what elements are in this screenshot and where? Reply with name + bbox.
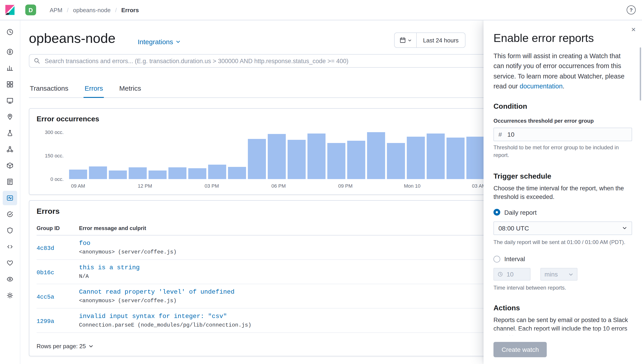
error-group-link[interactable]: 1299a bbox=[37, 318, 54, 324]
stack-monitoring-icon bbox=[6, 259, 14, 266]
error-culprit: <anonymous> (server/coffee.js) bbox=[79, 298, 234, 304]
interval-value-input[interactable] bbox=[506, 270, 526, 278]
column-header-group-id: Group ID bbox=[37, 225, 79, 232]
error-culprit: Connection.parseE (node_modules/pg/lib/c… bbox=[79, 322, 251, 328]
interval-radio[interactable] bbox=[493, 256, 500, 262]
watcher-icon bbox=[6, 276, 14, 283]
time-range-button[interactable]: Last 24 hours bbox=[417, 33, 465, 47]
trigger-schedule-description: Choose the time interval for the report,… bbox=[493, 184, 632, 202]
sidebar-item-discover[interactable] bbox=[3, 45, 17, 59]
chart-bar-19 bbox=[447, 138, 465, 179]
top-bar: D APM/opbeans-node/Errors ? bbox=[0, 0, 642, 20]
integrations-dropdown[interactable]: Integrations bbox=[138, 38, 181, 46]
dashboard-icon bbox=[6, 81, 14, 88]
threshold-input[interactable] bbox=[507, 130, 627, 138]
side-nav bbox=[0, 20, 20, 364]
error-group-link[interactable]: 0b16c bbox=[37, 269, 54, 276]
rows-per-page-button[interactable]: Rows per page: 25 bbox=[37, 343, 94, 350]
sidebar-item-visualize[interactable] bbox=[3, 61, 17, 75]
error-group-link[interactable]: 4cc5a bbox=[37, 294, 54, 300]
sidebar-item-canvas[interactable] bbox=[3, 93, 17, 108]
machine-learning-icon bbox=[6, 130, 14, 137]
sidebar-item-logs[interactable] bbox=[3, 174, 17, 189]
x-axis-tick: 06 PM bbox=[271, 183, 286, 188]
daily-report-label: Daily report bbox=[504, 209, 537, 216]
sidebar-item-security[interactable] bbox=[3, 223, 17, 238]
chart-bar-7 bbox=[208, 165, 226, 179]
chart-bar-10 bbox=[268, 134, 286, 179]
interval-radio-row: Interval bbox=[493, 255, 632, 262]
uptime-icon bbox=[6, 211, 14, 218]
chevron-down-icon bbox=[176, 39, 181, 44]
sidebar-item-management[interactable] bbox=[3, 288, 17, 303]
chart-y-axis: 300 occ.150 occ.0 occ. bbox=[37, 132, 64, 179]
interval-controls: mins bbox=[493, 268, 632, 280]
interval-unit-select[interactable]: mins bbox=[540, 268, 577, 280]
daily-report-radio[interactable] bbox=[493, 209, 500, 216]
infrastructure-icon bbox=[6, 162, 14, 169]
flyout-title: Enable error reports bbox=[493, 31, 632, 45]
sidebar-item-recently-viewed[interactable] bbox=[3, 25, 17, 39]
maps-icon bbox=[6, 113, 14, 120]
chevron-down-icon bbox=[89, 344, 94, 349]
error-message-link[interactable]: invalid input syntax for integer: "csv" bbox=[79, 312, 251, 320]
sidebar-item-dev-tools[interactable] bbox=[3, 240, 17, 254]
breadcrumb-opbeans-node[interactable]: opbeans-node bbox=[73, 6, 111, 13]
error-culprit: <anonymous> (server/coffee.js) bbox=[79, 249, 177, 255]
chart-bar-8 bbox=[228, 167, 246, 179]
sidebar-item-graph[interactable] bbox=[3, 142, 17, 156]
enable-error-reports-flyout: × Enable error reports This form will as… bbox=[484, 20, 642, 364]
x-axis-tick: 09 PM bbox=[338, 183, 353, 188]
daily-report-help: The daily report will be sent at 01:00 /… bbox=[493, 238, 632, 246]
chevron-down-icon bbox=[408, 38, 412, 42]
flyout-scrollbar[interactable] bbox=[640, 47, 641, 100]
error-message-link[interactable]: foo bbox=[79, 240, 177, 247]
kibana-logo[interactable] bbox=[0, 4, 20, 15]
chart-bar-0 bbox=[69, 170, 87, 179]
space-avatar[interactable]: D bbox=[25, 4, 36, 15]
error-message-link[interactable]: this is a string bbox=[79, 264, 140, 271]
chart-bar-5 bbox=[168, 167, 186, 179]
kibana-logo-icon bbox=[5, 4, 15, 15]
breadcrumb-errors: Errors bbox=[121, 6, 139, 13]
close-icon[interactable]: × bbox=[631, 26, 636, 34]
sidebar-item-infrastructure[interactable] bbox=[3, 158, 17, 173]
column-header-message: Error message and culprit bbox=[79, 225, 146, 232]
chevron-down-icon bbox=[568, 272, 573, 277]
sidebar-item-dashboard[interactable] bbox=[3, 77, 17, 92]
interval-help: Time interval between reports. bbox=[493, 284, 632, 292]
tab-metrics[interactable]: Metrics bbox=[118, 80, 142, 98]
sidebar-item-stack-monitoring[interactable] bbox=[3, 256, 17, 270]
error-culprit: N/A bbox=[79, 273, 140, 280]
sidebar-item-machine-learning[interactable] bbox=[3, 126, 17, 140]
trigger-schedule-heading: Trigger schedule bbox=[493, 172, 632, 180]
canvas-icon bbox=[6, 97, 14, 104]
chart-bar-9 bbox=[248, 139, 266, 179]
apm-icon bbox=[6, 194, 14, 202]
actions-heading: Actions bbox=[493, 304, 632, 312]
error-message-link[interactable]: Cannot read property 'level' of undefine… bbox=[79, 288, 234, 296]
date-picker-calendar-button[interactable] bbox=[395, 33, 417, 47]
sidebar-item-watcher[interactable] bbox=[3, 272, 17, 286]
topbar-right: ? bbox=[627, 6, 636, 14]
chart-bar-20 bbox=[466, 137, 484, 179]
error-group-link[interactable]: 4c83d bbox=[37, 245, 54, 252]
search-icon bbox=[34, 58, 40, 64]
help-icon[interactable]: ? bbox=[627, 6, 636, 14]
chart-bar-2 bbox=[109, 170, 127, 179]
breadcrumb-apm[interactable]: APM bbox=[50, 6, 62, 13]
threshold-help: Threshold to be met for error group to b… bbox=[493, 144, 632, 160]
sidebar-item-maps[interactable] bbox=[3, 110, 17, 124]
sidebar-item-apm[interactable] bbox=[3, 191, 17, 205]
create-watch-button[interactable]: Create watch bbox=[493, 342, 547, 357]
flyout-footer: Create watch bbox=[484, 336, 642, 364]
chart-bar-6 bbox=[188, 168, 206, 179]
chart-bar-3 bbox=[129, 167, 147, 179]
x-axis-tick: 09 AM bbox=[71, 183, 85, 188]
sidebar-item-uptime[interactable] bbox=[3, 207, 17, 222]
tab-transactions[interactable]: Transactions bbox=[29, 80, 69, 98]
documentation-link[interactable]: documentation bbox=[520, 83, 562, 90]
tab-errors[interactable]: Errors bbox=[84, 80, 104, 98]
management-icon bbox=[6, 292, 14, 299]
daily-time-select[interactable]: 08:00 UTC bbox=[493, 222, 632, 235]
